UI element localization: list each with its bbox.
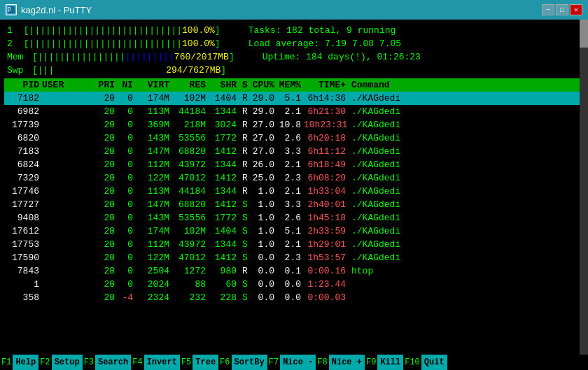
table-row[interactable]: 6820 20 0 143M 53556 1772 R 27.0 2.6 6h2… xyxy=(4,131,584,145)
proc-pid: 7183 xyxy=(6,146,42,157)
proc-ni: 0 xyxy=(118,146,136,157)
proc-pid: 1 xyxy=(6,279,42,290)
mem-bar2: ||||||||| xyxy=(125,52,174,62)
proc-cmd: htop xyxy=(349,266,582,276)
table-row[interactable]: 9408 20 0 143M 53556 1772 S 1.0 2.6 1h45… xyxy=(4,211,584,225)
svg-text:P: P xyxy=(8,7,11,13)
proc-virt: 113M xyxy=(136,186,172,197)
proc-pri: 20 xyxy=(92,252,118,263)
proc-cpu: 1.0 xyxy=(251,199,277,210)
key-label[interactable]: Nice - xyxy=(280,355,316,370)
cpu1-pct: 100.0% xyxy=(182,25,215,36)
key-label[interactable]: Quit xyxy=(421,355,447,370)
header-cpu: CPU% xyxy=(251,80,277,90)
table-row[interactable]: 1 20 0 2024 88 60 S 0.0 0.0 1:23.44 xyxy=(4,278,584,291)
proc-cmd: ./KAGdedi xyxy=(349,93,582,104)
proc-cmd: ./KAGdedi xyxy=(349,146,582,157)
proc-ni: 0 xyxy=(118,239,136,250)
key-label[interactable]: Search xyxy=(95,355,131,370)
proc-pid: 17739 xyxy=(6,120,42,130)
header-s: S xyxy=(239,80,251,90)
proc-cmd: ./KAGdedi xyxy=(349,173,582,183)
proc-shr: 1344 xyxy=(209,239,239,250)
bottom-bar: F1 Help F2 Setup F3 Search F4 Invert F5 … xyxy=(0,355,588,370)
key-label[interactable]: Invert xyxy=(144,355,180,370)
titlebar-left: P kag2d.nl - PuTTY xyxy=(6,4,92,15)
bottom-key-kill[interactable]: F9 Kill xyxy=(365,355,403,370)
proc-mem: 3.3 xyxy=(277,146,304,157)
proc-time: 6h20:18 xyxy=(304,133,349,143)
bottom-key-nice -[interactable]: F7 Nice - xyxy=(267,355,316,370)
key-label[interactable]: Nice + xyxy=(329,355,365,370)
proc-virt: 143M xyxy=(136,213,172,223)
bottom-key-search[interactable]: F3 Search xyxy=(83,355,132,370)
proc-res: 102M xyxy=(172,226,209,236)
table-row[interactable]: 358 20 -4 2324 232 228 S 0.0 0.0 0:00.03 xyxy=(4,291,584,304)
proc-cpu: 0.0 xyxy=(251,279,277,290)
key-label[interactable]: Setup xyxy=(52,355,83,370)
bottom-key-setup[interactable]: F2 Setup xyxy=(38,355,82,370)
table-row[interactable]: 17612 20 0 174M 102M 1404 S 1.0 5.1 2h33… xyxy=(4,225,584,238)
key-label[interactable]: Help xyxy=(13,355,38,370)
proc-virt: 112M xyxy=(136,159,172,170)
key-label[interactable]: SortBy xyxy=(232,355,267,370)
proc-cmd: ./KAGdedi xyxy=(349,213,582,223)
proc-s: R xyxy=(239,93,251,104)
proc-shr: 1412 xyxy=(209,146,239,157)
proc-shr: 1344 xyxy=(209,159,239,170)
table-row[interactable]: 7843 20 0 2504 1272 980 R 0.0 0.1 0:00.1… xyxy=(4,264,584,278)
proc-res: 68820 xyxy=(172,199,209,210)
bottom-key-help[interactable]: F1 Help xyxy=(0,355,38,370)
bottom-key-invert[interactable]: F4 Invert xyxy=(131,355,180,370)
proc-pid: 6824 xyxy=(6,159,42,170)
proc-res: 68820 xyxy=(172,146,209,157)
bottom-key-nice +[interactable]: F8 Nice + xyxy=(316,355,365,370)
minimize-button[interactable]: − xyxy=(542,4,554,15)
header-ni: NI xyxy=(118,80,136,90)
close-button[interactable]: ✕ xyxy=(570,4,582,15)
proc-time: 6h14:36 xyxy=(304,93,349,104)
proc-res: 53556 xyxy=(172,213,209,223)
proc-time: 0:00.03 xyxy=(304,292,349,303)
bottom-key-quit[interactable]: F10 Quit xyxy=(403,355,447,370)
proc-mem: 2.3 xyxy=(277,252,304,263)
table-row[interactable]: 6982 20 0 113M 44184 1344 R 29.0 2.1 6h2… xyxy=(4,105,584,118)
key-num: F7 xyxy=(267,357,280,367)
scrollbar[interactable] xyxy=(580,20,588,355)
proc-time: 6h08:29 xyxy=(304,173,349,183)
table-row[interactable]: 17753 20 0 112M 43972 1344 S 1.0 2.1 1h2… xyxy=(4,238,584,251)
titlebar-controls[interactable]: − □ ✕ xyxy=(542,4,582,15)
proc-res: 47012 xyxy=(172,173,209,183)
table-row[interactable]: 17746 20 0 113M 44184 1344 R 1.0 2.1 1h3… xyxy=(4,185,584,198)
stats-section: 1 [ |||||||||||||||||||||||||||| 100.0% … xyxy=(4,22,584,78)
key-label[interactable]: Kill xyxy=(377,355,403,370)
proc-shr: 3024 xyxy=(209,120,239,130)
proc-ni: 0 xyxy=(118,266,136,276)
proc-pid: 17590 xyxy=(6,252,42,263)
proc-virt: 2504 xyxy=(136,266,172,276)
maximize-button[interactable]: □ xyxy=(556,4,568,15)
key-label[interactable]: Tree xyxy=(192,355,218,370)
proc-mem: 0.1 xyxy=(277,266,304,276)
proc-virt: 369M xyxy=(136,120,172,130)
table-row[interactable]: 7183 20 0 147M 68820 1412 R 27.0 3.3 6h1… xyxy=(4,145,584,158)
table-row[interactable]: 17590 20 0 122M 47012 1412 S 0.0 2.3 1h5… xyxy=(4,251,584,264)
key-num: F6 xyxy=(218,357,231,367)
bottom-key-sortby[interactable]: F6 SortBy xyxy=(218,355,267,370)
proc-table-header: PID USER PRI NI VIRT RES SHR S CPU% MEM%… xyxy=(4,78,584,92)
table-row[interactable]: 7329 20 0 122M 47012 1412 R 25.0 2.3 6h0… xyxy=(4,171,584,185)
proc-pid: 7843 xyxy=(6,266,42,276)
table-row[interactable]: 6824 20 0 112M 43972 1344 R 26.0 2.1 6h1… xyxy=(4,158,584,171)
scrollbar-thumb[interactable] xyxy=(580,20,588,48)
proc-virt: 113M xyxy=(136,106,172,117)
proc-mem: 5.1 xyxy=(277,93,304,104)
proc-ni: 0 xyxy=(118,106,136,117)
table-row[interactable]: 7182 20 0 174M 102M 1404 R 29.0 5.1 6h14… xyxy=(4,92,584,105)
key-num: F10 xyxy=(403,357,421,367)
cpu2-row: 2 [ |||||||||||||||||||||||||||| 100.0% … xyxy=(7,37,581,50)
proc-s: S xyxy=(239,213,251,223)
table-row[interactable]: 17727 20 0 147M 68820 1412 S 1.0 3.3 2h4… xyxy=(4,198,584,211)
key-num: F4 xyxy=(131,357,144,367)
table-row[interactable]: 17739 20 0 369M 218M 3024 R 27.0 10.8 10… xyxy=(4,118,584,131)
bottom-key-tree[interactable]: F5 Tree xyxy=(180,355,218,370)
